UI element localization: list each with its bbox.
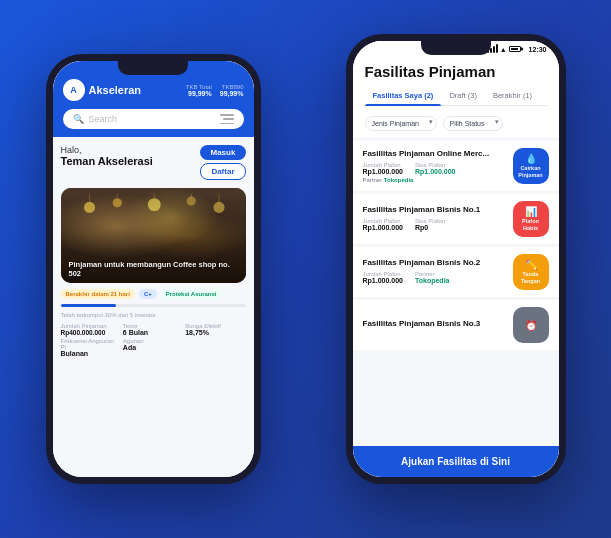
left-header-top: A Akseleran TKB Total 99,99% TKB890 99,9… — [63, 79, 244, 101]
loans-list: Fasillitas Pinjaman Online Merc... Jumla… — [353, 137, 559, 446]
loan-action-4[interactable]: ⏰ — [513, 307, 549, 343]
akseleran-logo-icon: A — [63, 79, 85, 101]
battery-icon — [509, 46, 521, 52]
loan-card-3[interactable]: Fasillitas Pinjaman Bisnis No.2 Jumlah P… — [353, 247, 559, 298]
loan-info-4: Fasillitas Pinjaman Bisnis No.3 — [363, 319, 507, 332]
signal-bar-2 — [490, 48, 492, 53]
left-phone-content: A Akseleran TKB Total 99,99% TKB890 99,9… — [53, 61, 254, 477]
phones-container: A Akseleran TKB Total 99,99% TKB890 99,9… — [16, 14, 596, 524]
coffee-overlay: Pinjaman untuk membangun Coffee shop no.… — [61, 255, 246, 283]
loan-card-2[interactable]: Fasillitas Pinjaman Bisnis No.1 Jumlah P… — [353, 194, 559, 245]
greeting-text: Halo, Teman Akselerasi — [61, 145, 153, 167]
tab-fasilitas-saya[interactable]: Fasilitas Saya (2) — [365, 86, 442, 105]
filter-jenis-wrapper[interactable]: Jenis Pinjaman — [365, 112, 437, 131]
loan-plafon-2: Jumlah Plafon Rp1.000.000 — [363, 218, 403, 231]
stat-jumlah: Jumlah Pinjaman Rp400.000.000 — [61, 323, 121, 336]
greeting-section: Halo, Teman Akselerasi Masuk Daftar — [61, 145, 246, 180]
stat-tenor: Tenor 6 Bulan — [123, 323, 183, 336]
wifi-icon: ▲ — [500, 46, 507, 53]
cair-icon: 💧 — [525, 153, 537, 164]
tab-draft[interactable]: Draft (3) — [441, 86, 485, 105]
progress-label: Telah terkumpul 30% dari 5 investor — [61, 312, 246, 318]
stat-bunga-value: 18,75% — [185, 329, 245, 336]
loan-sisa-value-1: Rp1.000.000 — [415, 168, 455, 175]
filter-icon[interactable] — [220, 114, 234, 124]
right-header: Fasilitas Pinjaman Fasilitas Saya (2) Dr… — [353, 55, 559, 106]
loan-partner-1: Partner Tokopedia — [363, 177, 507, 183]
greeting-line2: Teman Akselerasi — [61, 155, 153, 167]
search-bar[interactable]: 🔍 Search — [63, 109, 244, 129]
stat-jumlah-value: Rp400.000.000 — [61, 329, 121, 336]
loan-plafon-value-3: Rp1.000.000 — [363, 277, 403, 284]
loan-card-1[interactable]: Fasillitas Pinjaman Online Merc... Jumla… — [353, 141, 559, 192]
stat-tenor-value: 6 Bulan — [123, 329, 183, 336]
signal-bar-3 — [493, 46, 495, 53]
tkb-total-item: TKB Total 99,99% — [186, 84, 212, 97]
daftar-button[interactable]: Daftar — [200, 163, 245, 180]
loan-action-3[interactable]: ✏️ TandaTangan — [513, 254, 549, 290]
tkb890-label: TKB890 — [220, 84, 244, 90]
coffee-card[interactable]: Pinjaman untuk membangun Coffee shop no.… — [61, 188, 246, 283]
habis-icon: 📊 — [525, 206, 537, 217]
notch-right — [421, 41, 491, 55]
search-icon: 🔍 — [73, 114, 84, 124]
loan-sisa-value-2: Rp0 — [415, 224, 445, 231]
loan-title-3: Fasillitas Pinjaman Bisnis No.2 — [363, 258, 507, 267]
stat-frekuensi: Frekuensi Angsuran Pr Bulanan — [61, 338, 121, 357]
loan-details-1: Jumlah Plafon Rp1.000.000 Sisa Plafon Rp… — [363, 162, 507, 175]
filter-line-3 — [220, 123, 234, 125]
stats-grid: Jumlah Pinjaman Rp400.000.000 Tenor 6 Bu… — [61, 323, 246, 357]
stat-agunan: Agunan Ada — [123, 338, 183, 357]
left-body: Halo, Teman Akselerasi Masuk Daftar — [53, 137, 254, 477]
loan-action-2[interactable]: 📊 PlafonHabis — [513, 201, 549, 237]
battery-fill — [511, 48, 518, 50]
loan-title-1: Fasillitas Pinjaman Online Merc... — [363, 149, 507, 158]
tabs-row: Fasilitas Saya (2) Draft (3) Berakhir (1… — [365, 86, 547, 106]
stat-frekuensi-label: Frekuensi Angsuran Pr — [61, 338, 121, 350]
loan-action-1[interactable]: 💧 CairkanPinjaman — [513, 148, 549, 184]
loan-sisa-2: Sisa Plafon Rp0 — [415, 218, 445, 231]
tkb890-item: TKB890 99,99% — [220, 84, 244, 97]
ajukan-fasilitas-button[interactable]: Ajukan Fasilitas di Sini — [353, 446, 559, 477]
loan-sisa-1: Sisa Plafon Rp1.000.000 — [415, 162, 455, 175]
coffee-title: Pinjaman untuk membangun Coffee shop no.… — [69, 260, 238, 278]
stat-frekuensi-value: Bulanan — [61, 350, 121, 357]
tag-berakhir: Berakhir dalam 21 hari — [61, 289, 135, 299]
greeting-line1: Halo, — [61, 145, 153, 155]
stat-agunan-value: Ada — [123, 344, 183, 351]
loan-partner-name-1: Tokopedia — [384, 177, 414, 183]
filter-line-2 — [223, 118, 234, 120]
right-header-title: Fasilitas Pinjaman — [365, 63, 547, 80]
status-icons: ▲ — [487, 45, 521, 53]
filter-status-wrapper[interactable]: Pilih Status — [443, 112, 503, 131]
loan-details-2: Jumlah Plafon Rp1.000.000 Sisa Plafon Rp… — [363, 218, 507, 231]
loan-details-3: Jumlah Plafon Rp1.000.000 Partner Tokope… — [363, 271, 507, 284]
loan-card-4[interactable]: Fasillitas Pinjaman Bisnis No.3 ⏰ — [353, 300, 559, 351]
logo-text: Akseleran — [89, 84, 142, 96]
tanda-icon: ✏️ — [525, 259, 537, 270]
masuk-button[interactable]: Masuk — [200, 145, 245, 160]
search-placeholder-text: Search — [89, 114, 215, 124]
loan-plafon-value-1: Rp1.000.000 — [363, 168, 403, 175]
signal-bar-4 — [496, 44, 498, 53]
habis-text: PlafonHabis — [522, 218, 539, 231]
stat-bunga: Bunga Efektif 18,75% — [185, 323, 245, 336]
filter-row: Jenis Pinjaman Pilih Status — [353, 106, 559, 137]
tkb890-value: 99,99% — [220, 90, 244, 97]
loan-info-2: Fasillitas Pinjaman Bisnis No.1 Jumlah P… — [363, 205, 507, 233]
loan-plafon-3: Jumlah Plafon Rp1.000.000 — [363, 271, 403, 284]
loan-plafon-value-2: Rp1.000.000 — [363, 224, 403, 231]
phone-left: A Akseleran TKB Total 99,99% TKB890 99,9… — [46, 54, 261, 484]
loan-info-3: Fasillitas Pinjaman Bisnis No.2 Jumlah P… — [363, 258, 507, 286]
progress-bar-fill — [61, 304, 117, 307]
phone-right: ▲ 12:30 Fasilitas Pinjaman Fasilitas Say… — [346, 34, 566, 484]
loan-sisa-3: Partner Tokopedia — [415, 271, 449, 284]
cair-text: CairkanPinjaman — [518, 165, 542, 178]
status-time: 12:30 — [529, 46, 547, 53]
tab-berakhir[interactable]: Berakhir (1) — [485, 86, 540, 105]
filter-pilih-status[interactable]: Pilih Status — [443, 116, 503, 131]
notch-left — [118, 61, 188, 75]
filter-jenis-pinjaman[interactable]: Jenis Pinjaman — [365, 116, 437, 131]
tanda-text: TandaTangan — [521, 271, 540, 284]
loan-info-1: Fasillitas Pinjaman Online Merc... Jumla… — [363, 149, 507, 183]
